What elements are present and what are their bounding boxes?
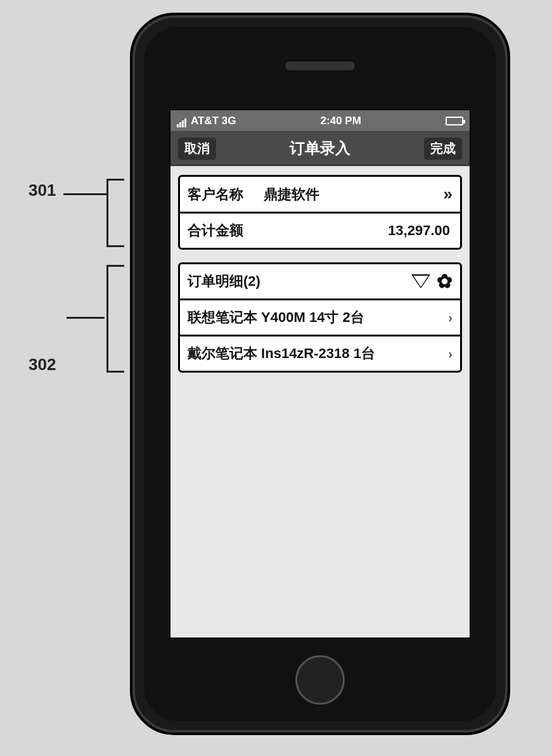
detail-item-row[interactable]: 联想笔记本 Y400M 14寸 2台 › (180, 300, 460, 336)
customer-label: 客户名称 (188, 185, 264, 204)
status-bar: AT&T 3G 2:40 PM (170, 110, 470, 132)
callout-302-bracket (106, 265, 124, 373)
detail-item-text: 戴尔笔记本 Ins14zR-2318 1台 (188, 344, 443, 363)
add-icon[interactable]: ✿ (437, 274, 453, 288)
nav-bar: 取消 订单录入 完成 (170, 132, 470, 166)
order-header-group: 客户名称 鼎捷软件 » 合计金额 13,297.00 (178, 175, 462, 250)
chevron-right-icon: › (443, 347, 453, 361)
done-button[interactable]: 完成 (424, 138, 462, 160)
chevron-right-icon: » (439, 184, 453, 204)
phone-speaker (285, 61, 355, 70)
detail-item-row[interactable]: 戴尔笔记本 Ins14zR-2318 1台 › (180, 336, 460, 371)
battery-icon (446, 117, 463, 125)
phone-bezel: AT&T 3G 2:40 PM 取消 订单录入 完成 客户名称 鼎捷软件 (144, 27, 496, 721)
total-row: 合计金额 13,297.00 (180, 214, 460, 248)
detail-header-row: 订单明细(2) ✿ (180, 264, 460, 300)
signal-icon (177, 115, 187, 127)
customer-value: 鼎捷软件 (264, 185, 439, 204)
expand-icon[interactable] (411, 274, 430, 288)
detail-item-text: 联想笔记本 Y400M 14寸 2台 (188, 308, 443, 327)
callout-301-lead (63, 193, 108, 195)
home-button[interactable] (295, 655, 345, 705)
page-title: 订单录入 (216, 138, 424, 158)
content-area: 客户名称 鼎捷软件 » 合计金额 13,297.00 订单明细(2) (170, 166, 470, 394)
chevron-right-icon: › (443, 311, 453, 325)
order-detail-group: 订单明细(2) ✿ 联想笔记本 Y400M 14寸 2台 › 戴尔笔记本 Ins… (178, 262, 462, 373)
cancel-button[interactable]: 取消 (178, 138, 216, 160)
clock: 2:40 PM (321, 115, 361, 127)
total-value: 13,297.00 (264, 222, 453, 239)
callout-302-lead (67, 317, 105, 319)
carrier-label: AT&T 3G (191, 115, 236, 127)
callout-301: 301 (29, 181, 56, 200)
detail-title: 订单明细(2) (188, 272, 260, 291)
customer-row[interactable]: 客户名称 鼎捷软件 » (180, 177, 460, 214)
callout-301-bracket (106, 179, 124, 247)
phone-frame: AT&T 3G 2:40 PM 取消 订单录入 完成 客户名称 鼎捷软件 (130, 13, 510, 735)
screen: AT&T 3G 2:40 PM 取消 订单录入 完成 客户名称 鼎捷软件 (169, 109, 471, 639)
total-label: 合计金额 (188, 221, 264, 240)
callout-302: 302 (29, 355, 56, 375)
